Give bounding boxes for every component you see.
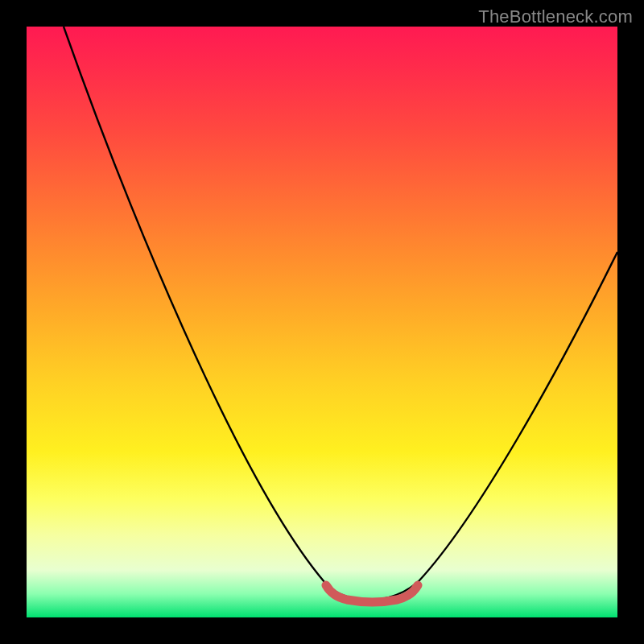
- watermark-text: TheBottleneck.com: [478, 6, 633, 27]
- plot-area: [27, 27, 617, 617]
- curve-highlight: [326, 585, 418, 602]
- chart-frame: TheBottleneck.com: [0, 0, 644, 644]
- bottleneck-curve: [27, 27, 617, 617]
- curve-main: [64, 27, 617, 600]
